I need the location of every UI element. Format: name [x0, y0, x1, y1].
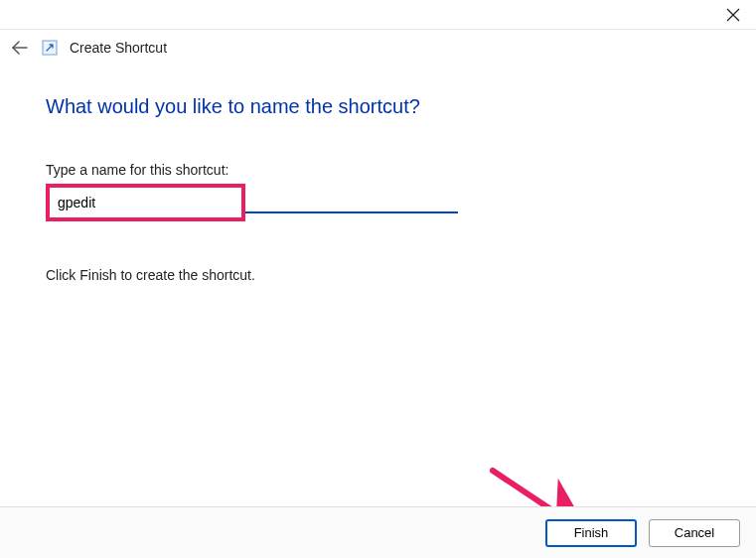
- input-underline: [245, 184, 458, 213]
- back-arrow-icon[interactable]: [10, 38, 30, 58]
- wizard-content: What would you like to name the shortcut…: [0, 64, 756, 283]
- title-bar: [0, 0, 756, 30]
- wizard-header: Create Shortcut: [0, 30, 756, 64]
- wizard-footer: Finish Cancel: [0, 506, 756, 558]
- highlight-annotation: [46, 184, 245, 221]
- shortcut-icon: [42, 40, 58, 56]
- finish-button[interactable]: Finish: [545, 519, 637, 547]
- input-row: [46, 184, 710, 221]
- helper-text: Click Finish to create the shortcut.: [46, 267, 710, 283]
- shortcut-name-input[interactable]: [50, 188, 233, 217]
- input-label: Type a name for this shortcut:: [46, 162, 710, 178]
- page-heading: What would you like to name the shortcut…: [46, 95, 710, 118]
- close-icon[interactable]: [726, 8, 740, 22]
- cancel-button[interactable]: Cancel: [649, 519, 740, 547]
- window-title: Create Shortcut: [70, 40, 167, 56]
